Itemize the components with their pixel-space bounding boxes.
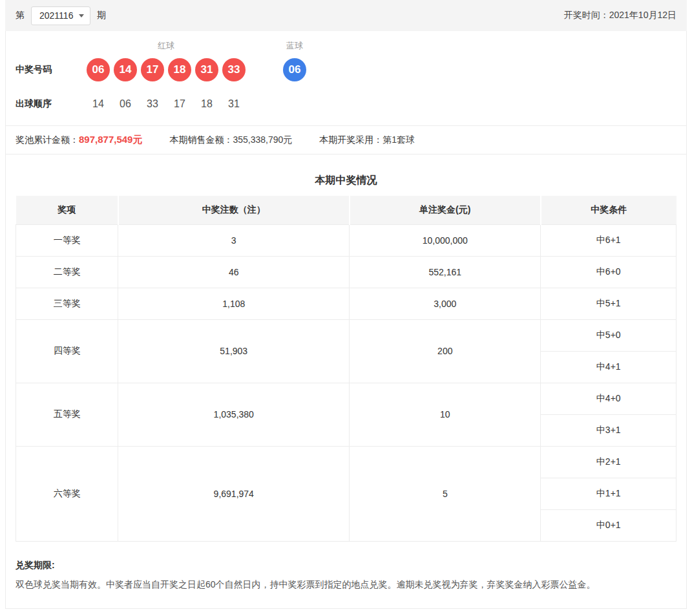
- sales-label: 本期销售金额：: [169, 134, 233, 146]
- red-ball: 33: [222, 58, 246, 81]
- cell-condition: 中1+1: [541, 478, 676, 509]
- sales-value: 355,338,790元: [233, 134, 292, 146]
- cell-prize: 四等奖: [16, 319, 118, 383]
- table-row: 四等奖51,903200中5+0: [16, 319, 676, 351]
- page-container: 第 2021116 期 开奖时间：2021年10月12日 红球 蓝球 中奖号码 …: [5, 0, 687, 609]
- cell-count: 9,691,974: [118, 446, 350, 541]
- draw-order-number: 17: [168, 98, 191, 110]
- ball-set-value: 第1套球: [383, 134, 415, 146]
- red-ball: 17: [141, 58, 164, 81]
- ball-set-label: 本期开奖采用：: [319, 134, 383, 146]
- prize-table-title: 本期中奖情况: [16, 174, 676, 187]
- cell-amount: 5: [350, 446, 541, 541]
- column-header: 单注奖金(元): [350, 196, 541, 224]
- redeem-note-text: 双色球兑奖当期有效。中奖者应当自开奖之日起60个自然日内，持中奖彩票到指定的地点…: [16, 578, 676, 591]
- content: 红球 蓝球 中奖号码 061417183133 06 出球顺序 14063317…: [5, 31, 687, 609]
- cell-condition: 中6+1: [541, 224, 676, 256]
- cell-prize: 二等奖: [16, 256, 118, 288]
- cell-prize: 五等奖: [16, 383, 118, 446]
- blue-group-label: 蓝球: [283, 40, 306, 52]
- cell-count: 1,108: [118, 288, 350, 319]
- draw-order-row: 出球顺序 140633171831: [16, 98, 676, 110]
- prize-table-section: 本期中奖情况 奖项中奖注数（注）单注奖金(元)中奖条件 一等奖310,000,0…: [6, 154, 686, 542]
- period-suffix-label: 期: [97, 10, 106, 21]
- chevron-down-icon: [79, 14, 84, 17]
- cell-prize: 三等奖: [16, 288, 118, 319]
- pool-amount: 奖池累计金额： 897,877,549元: [16, 134, 142, 146]
- cell-condition: 中5+0: [541, 319, 676, 351]
- cell-amount: 200: [350, 319, 541, 383]
- cell-condition: 中3+1: [541, 414, 676, 446]
- red-balls: 061417183133: [87, 58, 246, 81]
- draw-order-number: 06: [114, 98, 137, 110]
- winning-numbers-row: 中奖号码 061417183133 06: [16, 58, 676, 81]
- prize-table-body: 一等奖310,000,000中6+1二等奖46552,161中6+0三等奖1,1…: [16, 224, 676, 541]
- table-row: 五等奖1,035,38010中4+0: [16, 383, 676, 414]
- period-select[interactable]: 2021116: [31, 6, 90, 25]
- table-row: 二等奖46552,161中6+0: [16, 256, 676, 288]
- cell-condition: 中4+0: [541, 383, 676, 414]
- cell-condition: 中4+1: [541, 351, 676, 383]
- cell-count: 51,903: [118, 319, 350, 383]
- redeem-note: 兑奖期限: 双色球兑奖当期有效。中奖者应当自开奖之日起60个自然日内，持中奖彩票…: [6, 542, 686, 608]
- cell-prize: 六等奖: [16, 446, 118, 541]
- cell-condition: 中5+1: [541, 288, 676, 319]
- redeem-note-title: 兑奖期限:: [16, 560, 676, 571]
- red-ball: 14: [114, 58, 137, 81]
- red-ball: 18: [168, 58, 191, 81]
- ball-group-labels: 红球 蓝球: [16, 40, 676, 52]
- prize-table: 奖项中奖注数（注）单注奖金(元)中奖条件 一等奖310,000,000中6+1二…: [16, 196, 676, 542]
- cell-condition: 中6+0: [541, 256, 676, 288]
- cell-count: 46: [118, 256, 350, 288]
- period-prefix-label: 第: [16, 10, 25, 21]
- summary-strip: 奖池累计金额： 897,877,549元 本期销售金额： 355,338,790…: [6, 125, 686, 154]
- draw-order-number: 33: [141, 98, 164, 110]
- table-row: 三等奖1,1083,000中5+1: [16, 288, 676, 319]
- ball-set: 本期开奖采用： 第1套球: [319, 134, 415, 146]
- cell-prize: 一等奖: [16, 224, 118, 256]
- cell-amount: 3,000: [350, 288, 541, 319]
- draw-order-number: 31: [222, 98, 246, 110]
- draw-order-numbers: 140633171831: [87, 98, 246, 110]
- sales-amount: 本期销售金额： 355,338,790元: [169, 134, 292, 146]
- pool-value: 897,877,549元: [79, 134, 142, 146]
- draw-order-label: 出球顺序: [16, 98, 87, 110]
- draw-order-number: 18: [195, 98, 218, 110]
- cell-condition: 中0+1: [541, 509, 676, 541]
- cell-condition: 中2+1: [541, 446, 676, 478]
- period-select-value: 2021116: [39, 10, 73, 21]
- red-ball: 06: [87, 58, 110, 81]
- cell-count: 3: [118, 224, 350, 256]
- red-ball: 31: [195, 58, 218, 81]
- table-header-row: 奖项中奖注数（注）单注奖金(元)中奖条件: [16, 196, 676, 224]
- table-row: 六等奖9,691,9745中2+1: [16, 446, 676, 478]
- winning-numbers-label: 中奖号码: [16, 64, 87, 76]
- column-header: 奖项: [16, 196, 118, 224]
- period-picker: 第 2021116 期: [16, 6, 106, 25]
- cell-amount: 10: [350, 383, 541, 446]
- draw-time: 开奖时间：2021年10月12日: [564, 10, 676, 21]
- draw-order-number: 14: [87, 98, 110, 110]
- column-header: 中奖注数（注）: [118, 196, 350, 224]
- cell-amount: 552,161: [350, 256, 541, 288]
- cell-count: 1,035,380: [118, 383, 350, 446]
- blue-ball: 06: [283, 58, 306, 81]
- table-row: 一等奖310,000,000中6+1: [16, 224, 676, 256]
- topbar: 第 2021116 期 开奖时间：2021年10月12日: [5, 0, 687, 31]
- cell-amount: 10,000,000: [350, 224, 541, 256]
- column-header: 中奖条件: [541, 196, 676, 224]
- balls-section: 红球 蓝球 中奖号码 061417183133 06 出球顺序 14063317…: [6, 31, 686, 125]
- pool-label: 奖池累计金额：: [16, 134, 79, 146]
- red-group-label: 红球: [87, 40, 246, 52]
